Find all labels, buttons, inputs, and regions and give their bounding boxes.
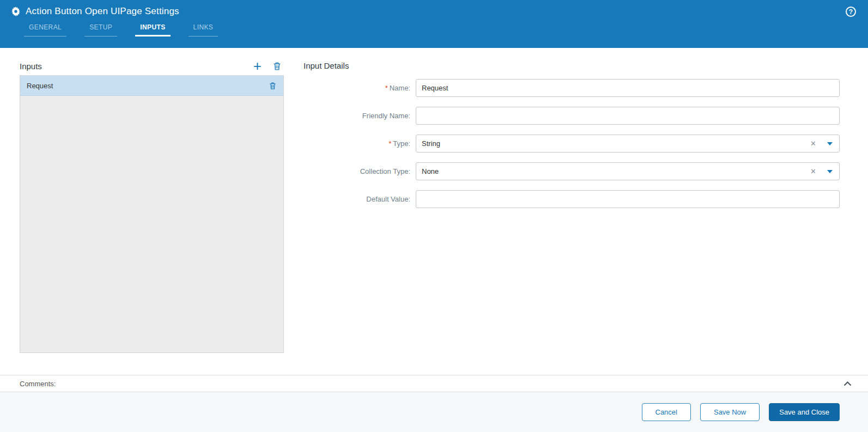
name-row: *Name: xyxy=(304,79,840,97)
default-value-row: Default Value: xyxy=(304,190,840,208)
chevron-up-icon[interactable] xyxy=(843,381,852,386)
footer: Cancel Save Now Save and Close xyxy=(0,392,868,432)
type-label: *Type: xyxy=(304,139,416,148)
tab-general[interactable]: GENERAL xyxy=(24,23,66,36)
help-icon[interactable]: ? xyxy=(846,7,856,17)
tab-inputs[interactable]: INPUTS xyxy=(135,23,170,36)
main-content: Inputs + Request xyxy=(0,48,868,375)
inputs-list: Request xyxy=(20,75,284,353)
chevron-down-icon[interactable] xyxy=(827,170,833,173)
delete-input-button[interactable] xyxy=(272,62,282,71)
clear-icon[interactable]: ✕ xyxy=(810,139,816,148)
cancel-button[interactable]: Cancel xyxy=(642,403,691,421)
title-row: Action Button Open UIPage Settings xyxy=(0,0,868,17)
page-title: Action Button Open UIPage Settings xyxy=(26,6,179,17)
add-input-button[interactable]: + xyxy=(253,61,262,71)
collection-type-select[interactable]: None ✕ xyxy=(416,162,840,180)
type-select[interactable]: String ✕ xyxy=(416,135,840,153)
header: Action Button Open UIPage Settings ? GEN… xyxy=(0,0,868,48)
chevron-down-icon[interactable] xyxy=(827,142,833,145)
comments-bar: Comments: xyxy=(0,375,868,392)
tab-links[interactable]: LINKS xyxy=(189,23,218,36)
type-row: *Type: String ✕ xyxy=(304,135,840,153)
required-asterisk: * xyxy=(389,139,391,148)
save-now-button[interactable]: Save Now xyxy=(700,403,760,421)
friendly-name-label: Friendly Name: xyxy=(304,112,416,120)
required-asterisk: * xyxy=(385,84,388,92)
list-item-label: Request xyxy=(27,82,269,90)
collection-type-label: Collection Type: xyxy=(304,167,416,175)
inputs-actions: + xyxy=(253,61,282,71)
input-details-title: Input Details xyxy=(304,61,840,70)
tab-setup[interactable]: SETUP xyxy=(84,23,117,36)
gear-icon xyxy=(11,7,21,16)
inputs-panel-header: Inputs + xyxy=(20,61,284,75)
settings-window: Action Button Open UIPage Settings ? GEN… xyxy=(0,0,868,432)
name-label: *Name: xyxy=(304,84,416,92)
list-item-request[interactable]: Request xyxy=(20,76,283,96)
name-input[interactable] xyxy=(416,79,840,97)
comments-label: Comments: xyxy=(20,380,56,388)
type-select-value: String xyxy=(422,139,810,148)
collection-type-row: Collection Type: None ✕ xyxy=(304,162,840,180)
tab-bar: GENERAL SETUP INPUTS LINKS xyxy=(24,23,868,36)
clear-icon[interactable]: ✕ xyxy=(810,167,816,175)
friendly-name-row: Friendly Name: xyxy=(304,107,840,125)
inputs-panel-title: Inputs xyxy=(20,62,42,71)
save-and-close-button[interactable]: Save and Close xyxy=(769,403,840,421)
inputs-panel: Inputs + Request xyxy=(20,61,284,375)
friendly-name-input[interactable] xyxy=(416,107,840,125)
default-value-input[interactable] xyxy=(416,190,840,208)
collection-type-select-value: None xyxy=(422,167,810,175)
default-value-label: Default Value: xyxy=(304,195,416,203)
input-details-panel: Input Details *Name: Friendly Name: *Typ… xyxy=(304,61,840,375)
delete-item-icon[interactable] xyxy=(269,82,277,90)
